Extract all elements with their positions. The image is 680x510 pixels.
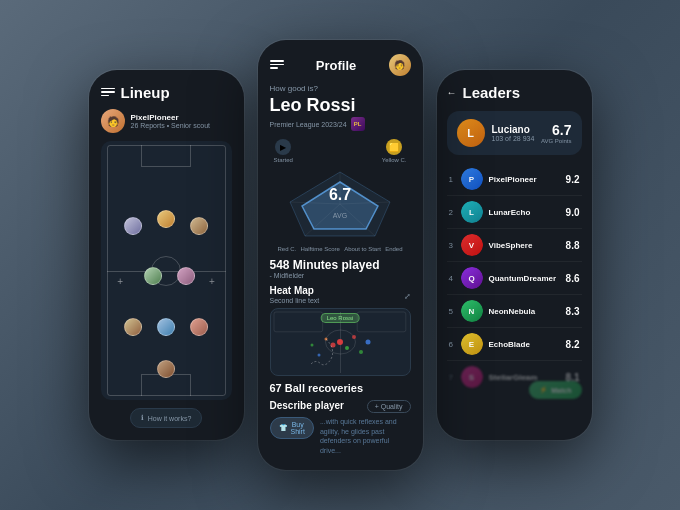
profile-avatar: 🧑 (389, 54, 411, 76)
about-label: About to Start (344, 246, 381, 252)
plus-mid: + (117, 275, 123, 286)
score-4: 8.6 (566, 273, 580, 284)
buy-shirt-button[interactable]: 👕 Buy Shirt (270, 417, 314, 439)
rank-4: 4 (449, 274, 461, 283)
rank-5: 5 (449, 307, 461, 316)
shirt-icon: 👕 (279, 424, 288, 432)
avatar-4: Q (461, 267, 483, 289)
heatmap-dots (271, 309, 410, 375)
lineup-header: Lineup (101, 84, 232, 101)
plus-mid2: + (209, 275, 215, 286)
player-def1 (124, 318, 142, 336)
player-mid2 (177, 267, 195, 285)
back-icon[interactable]: ← (447, 87, 457, 98)
heatmap-field: Leo Rossi (270, 308, 411, 376)
score-2: 9.0 (566, 207, 580, 218)
halftime-label: Halftime Score (300, 246, 339, 252)
top-leader-avatar: L (457, 119, 485, 147)
avatar-2: L (461, 201, 483, 223)
minutes-main: 548 Minutes played (270, 258, 411, 272)
top-leader-score-col: 6.7 AVG Points (541, 122, 572, 144)
lineup-phone: Lineup 🧑 PixelPioneer 26 Reports • Senio… (89, 70, 244, 440)
describe-text: ...with quick reflexes and agility, he g… (320, 417, 411, 456)
rank-3: 3 (449, 241, 461, 250)
player-def3 (190, 318, 208, 336)
expand-icon[interactable]: ⤢ (404, 292, 411, 301)
avatar-6: E (461, 333, 483, 355)
top-leader-score-label: AVG Points (541, 138, 572, 144)
league-row: Premier League 2023/24 PL (270, 117, 411, 131)
leader-item-7: 7 S StellarGleam 8.1 ⚡ Match (447, 361, 582, 394)
leaders-header: ← Leaders (447, 84, 582, 101)
leader-item-4: 4 Q QuantumDreamer 8.6 (447, 262, 582, 295)
match-icon: ⚡ (539, 386, 548, 394)
name-5: NeonNebula (489, 307, 566, 316)
top-leader-name: Luciano (492, 124, 535, 135)
soccer-field: + + (101, 141, 232, 400)
quality-button[interactable]: + Quality (367, 400, 411, 413)
stats-icons-row: ▶ Started 🟨 Yellow C. (270, 139, 411, 163)
rank-2: 2 (449, 208, 461, 217)
leaders-list: 1 P PixelPioneer 9.2 2 L LunarEcho 9.0 (447, 163, 582, 394)
field-top-box (141, 145, 191, 167)
leaders-phone: ← Leaders L Luciano 103 of 28 934 6.7 AV… (437, 70, 592, 440)
profile-header: Profile 🧑 (270, 54, 411, 76)
name-1: PixelPioneer (489, 175, 566, 184)
score-5: 8.3 (566, 306, 580, 317)
player-def2 (157, 318, 175, 336)
player-mid1 (144, 267, 162, 285)
heatmap-path-svg (271, 309, 410, 375)
avatar-7: S (461, 366, 483, 388)
top-leader-sub: 103 of 28 934 (492, 135, 535, 142)
league-text: Premier League 2023/24 (270, 121, 347, 128)
avg-score: 6.7 AVG (329, 186, 351, 222)
phones-container: Lineup 🧑 PixelPioneer 26 Reports • Senio… (89, 40, 592, 470)
started-label: Started (274, 157, 293, 163)
pl-badge: PL (351, 117, 365, 131)
heatmap-section: Heat Map Second line text ⤢ Leo Rossi (270, 285, 411, 376)
how-good-label: How good is? (270, 84, 411, 93)
profile-menu-icon[interactable] (270, 60, 284, 70)
started-icon: ▶ (275, 139, 291, 155)
leader-item-1: 1 P PixelPioneer 9.2 (447, 163, 582, 196)
describe-title: Describe player (270, 400, 345, 411)
rank-7: 7 (449, 373, 461, 382)
leader-item-2: 2 L LunarEcho 9.0 (447, 196, 582, 229)
top-leader-left: L Luciano 103 of 28 934 (457, 119, 535, 147)
rank-1: 1 (449, 175, 461, 184)
profile-phone: Profile 🧑 How good is? Leo Rossi Premier… (258, 40, 423, 470)
info-icon: ℹ (141, 414, 144, 422)
leaders-title: Leaders (463, 84, 521, 101)
score-6: 8.2 (566, 339, 580, 350)
menu-icon[interactable] (101, 88, 115, 98)
profile-title: Profile (316, 58, 356, 73)
leader-item-3: 3 V VibeSphere 8.8 (447, 229, 582, 262)
avatar-5: N (461, 300, 483, 322)
match-button[interactable]: ⚡ Match (529, 381, 581, 399)
user-name: PixelPioneer (131, 113, 211, 122)
score-3: 8.8 (566, 240, 580, 251)
radar-chart: 6.7 AVG (270, 167, 411, 242)
avatar-3: V (461, 234, 483, 256)
stat-started: ▶ Started (274, 139, 293, 163)
top-leader-info: Luciano 103 of 28 934 (492, 124, 535, 142)
radar-bottom-labels: Red C. Halftime Score About to Start End… (270, 246, 411, 252)
lineup-user-row: 🧑 PixelPioneer 26 Reports • Senior scout (101, 109, 232, 133)
leader-item-5: 5 N NeonNebula 8.3 (447, 295, 582, 328)
name-4: QuantumDreamer (489, 274, 566, 283)
user-meta: 26 Reports • Senior scout (131, 122, 211, 129)
red-card-label: Red C. (278, 246, 297, 252)
minutes-sub: - Midfielder (270, 272, 411, 279)
stat-yellow-card: 🟨 Yellow C. (382, 139, 407, 163)
player-fwd3 (190, 217, 208, 235)
name-6: EchoBlade (489, 340, 566, 349)
top-leader-card: L Luciano 103 of 28 934 6.7 AVG Points (447, 111, 582, 155)
leader-item-6: 6 E EchoBlade 8.2 (447, 328, 582, 361)
rank-6: 6 (449, 340, 461, 349)
yellow-card-icon: 🟨 (386, 139, 402, 155)
top-leader-score: 6.7 (552, 122, 571, 138)
how-works-button[interactable]: ℹ How it works? (130, 408, 203, 428)
minutes-section: 548 Minutes played - Midfielder (270, 258, 411, 279)
score-1: 9.2 (566, 174, 580, 185)
lineup-title: Lineup (121, 84, 170, 101)
